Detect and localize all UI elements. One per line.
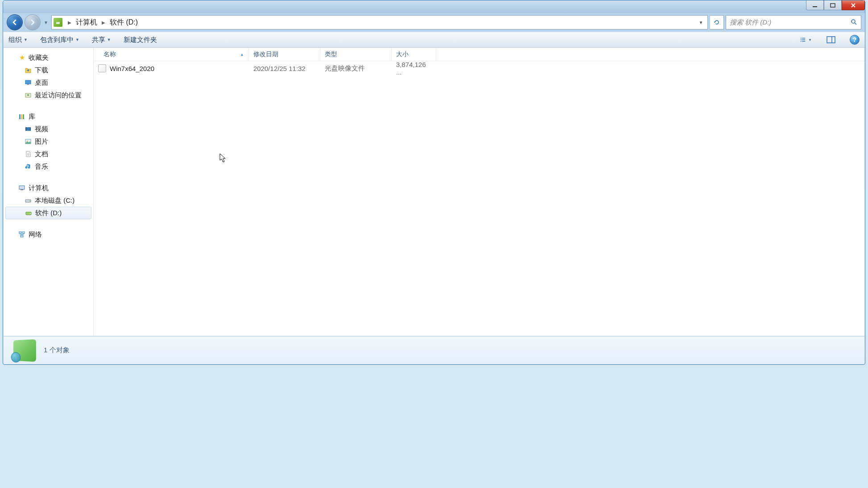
close-button[interactable] — [842, 0, 865, 10]
sort-ascending-icon: ▲ — [240, 52, 244, 57]
svg-point-29 — [30, 213, 31, 214]
chevron-right-icon: ▶ — [65, 20, 74, 25]
star-icon: ★ — [18, 54, 26, 62]
computer-group: 计算机 本地磁盘 (C:) 软件 (D:) — [4, 182, 93, 219]
file-name-cell: Win7x64_2020 — [94, 64, 249, 72]
sidebar-computer[interactable]: 计算机 — [4, 182, 93, 194]
videos-label: 视频 — [35, 125, 48, 133]
search-placeholder: 搜索 软件 (D:) — [730, 18, 850, 27]
svg-rect-9 — [802, 41, 805, 42]
sidebar-documents[interactable]: 文档 — [4, 148, 93, 160]
desktop-label: 桌面 — [35, 79, 48, 87]
drive-icon — [54, 18, 62, 27]
sidebar-pictures[interactable]: 图片 — [4, 135, 93, 148]
back-button[interactable] — [7, 14, 23, 30]
svg-rect-24 — [19, 186, 25, 189]
network-group: 网络 — [4, 228, 93, 241]
column-size-label: 大小 — [396, 50, 409, 58]
svg-rect-16 — [19, 114, 21, 119]
drive-c-label: 本地磁盘 (C:) — [35, 196, 74, 205]
window-controls — [806, 0, 865, 10]
sidebar-videos[interactable]: 视频 — [4, 123, 93, 135]
chevron-down-icon: ▼ — [808, 38, 812, 42]
forward-button[interactable] — [25, 14, 41, 30]
minimize-button[interactable] — [806, 0, 824, 10]
svg-rect-7 — [802, 39, 805, 40]
content-area: ★ 收藏夹 下载 桌面 — [4, 48, 864, 336]
svg-rect-6 — [801, 39, 802, 40]
help-button[interactable]: ? — [850, 35, 860, 45]
sidebar-downloads[interactable]: 下载 — [4, 64, 93, 76]
file-type: 光盘映像文件 — [320, 64, 392, 73]
svg-rect-17 — [21, 114, 22, 119]
address-dropdown[interactable]: ▼ — [696, 16, 706, 29]
svg-rect-30 — [19, 232, 21, 234]
address-bar[interactable]: ▶ 计算机 ▶ 软件 (D:) ▼ — [51, 15, 708, 29]
music-label: 音乐 — [35, 163, 48, 171]
computer-icon — [18, 184, 26, 192]
sidebar-drive-c[interactable]: 本地磁盘 (C:) — [4, 194, 93, 207]
new-folder-button[interactable]: 新建文件夹 — [124, 36, 157, 44]
svg-rect-13 — [27, 84, 29, 85]
chevron-down-icon: ▼ — [24, 38, 28, 42]
video-icon — [24, 125, 32, 133]
pictures-label: 图片 — [35, 138, 48, 146]
sidebar-favorites[interactable]: ★ 收藏夹 — [4, 51, 93, 64]
new-folder-label: 新建文件夹 — [124, 36, 157, 44]
chevron-right-icon: ▶ — [99, 20, 108, 25]
drive-icon — [24, 196, 32, 204]
refresh-button[interactable] — [710, 15, 724, 29]
titlebar[interactable] — [3, 0, 865, 13]
file-date: 2020/12/25 11:32 — [249, 65, 320, 72]
chevron-down-icon: ▼ — [107, 38, 111, 42]
document-icon — [24, 150, 32, 158]
music-icon — [24, 163, 32, 171]
file-list[interactable]: 名称 ▲ 修改日期 类型 大小 Win7x64_2020 — [94, 48, 864, 336]
svg-point-15 — [27, 94, 29, 96]
breadcrumb-segment[interactable]: 计算机 — [74, 17, 99, 28]
file-size: 3,874,126 ... — [392, 61, 436, 76]
sidebar-desktop[interactable]: 桌面 — [4, 76, 93, 89]
include-library-menu[interactable]: 包含到库中 ▼ — [40, 36, 79, 44]
sidebar-network[interactable]: 网络 — [4, 228, 93, 241]
svg-rect-25 — [21, 189, 23, 190]
column-size[interactable]: 大小 — [392, 48, 436, 61]
organize-menu[interactable]: 组织 ▼ — [8, 36, 28, 44]
svg-rect-12 — [25, 80, 31, 84]
column-type[interactable]: 类型 — [320, 48, 392, 61]
iso-file-icon — [98, 64, 106, 72]
network-label: 网络 — [29, 230, 42, 239]
view-options-button[interactable]: ▼ — [800, 34, 812, 45]
sidebar-drive-d[interactable]: 软件 (D:) — [5, 207, 91, 219]
preview-pane-button[interactable] — [825, 34, 837, 45]
status-text: 1 个对象 — [44, 346, 70, 355]
svg-rect-0 — [813, 6, 817, 7]
search-input[interactable]: 搜索 软件 (D:) — [726, 15, 861, 29]
sidebar-recent[interactable]: 最近访问的位置 — [4, 89, 93, 101]
nav-history-dropdown[interactable]: ▼ — [42, 18, 50, 27]
column-date-label: 修改日期 — [253, 50, 278, 58]
column-date[interactable]: 修改日期 — [249, 48, 320, 61]
sidebar-libraries[interactable]: 库 — [4, 110, 93, 123]
share-menu[interactable]: 共享 ▼ — [92, 36, 111, 44]
explorer-window: ▼ ▶ 计算机 ▶ 软件 (D:) ▼ 搜索 软件 (D:) 组织 ▼ — [3, 0, 865, 365]
toolbar: 组织 ▼ 包含到库中 ▼ 共享 ▼ 新建文件夹 ▼ ? — [3, 32, 865, 48]
file-row[interactable]: Win7x64_2020 2020/12/25 11:32 光盘映像文件 3,8… — [94, 61, 864, 75]
column-name[interactable]: 名称 ▲ — [94, 48, 249, 61]
svg-rect-5 — [802, 38, 805, 38]
svg-point-3 — [851, 20, 855, 23]
svg-rect-20 — [25, 127, 26, 131]
search-icon — [850, 18, 857, 27]
svg-rect-4 — [801, 38, 802, 38]
svg-point-27 — [29, 200, 30, 201]
navigation-pane[interactable]: ★ 收藏夹 下载 桌面 — [4, 48, 94, 336]
svg-rect-8 — [801, 41, 802, 42]
status-bar: 1 个对象 — [4, 336, 864, 364]
cursor-icon — [219, 153, 227, 163]
sidebar-music[interactable]: 音乐 — [4, 160, 93, 173]
network-icon — [18, 230, 26, 238]
maximize-button[interactable] — [824, 0, 842, 10]
share-label: 共享 — [92, 36, 105, 44]
breadcrumb-segment[interactable]: 软件 (D:) — [108, 17, 140, 28]
column-headers: 名称 ▲ 修改日期 类型 大小 — [94, 48, 864, 61]
